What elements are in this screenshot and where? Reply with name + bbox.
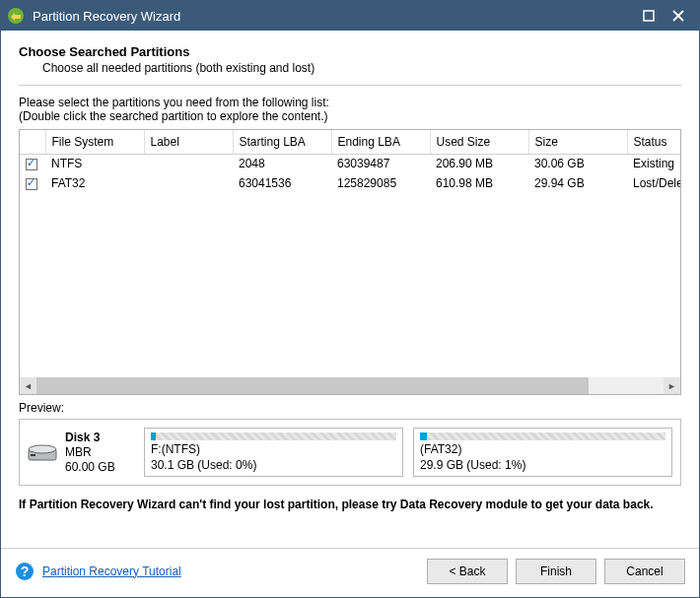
cell-filesystem: FAT32 <box>45 173 144 193</box>
cell-status: Existing <box>627 154 680 173</box>
close-icon <box>672 10 684 22</box>
cell-size: 29.94 GB <box>528 173 627 193</box>
hard-disk-icon <box>28 440 57 464</box>
disk-capacity: 60.00 GB <box>65 460 115 475</box>
cell-label <box>144 154 233 173</box>
help-icon[interactable]: ? <box>15 562 35 581</box>
cell-status: Lost/Deleted <box>627 173 680 193</box>
step-title: Choose Searched Partitions <box>19 44 681 59</box>
partition-label: (FAT32) <box>420 442 665 456</box>
partition-detail: 30.1 GB (Used: 0%) <box>151 458 396 472</box>
col-used-size[interactable]: Used Size <box>430 130 528 154</box>
partition-preview-block[interactable]: (FAT32) 29.9 GB (Used: 1%) <box>413 428 672 477</box>
col-filesystem[interactable]: File System <box>45 130 144 154</box>
cancel-button[interactable]: Cancel <box>604 559 685 584</box>
app-icon <box>7 7 25 25</box>
window-title: Partition Recovery Wizard <box>33 9 634 24</box>
disk-info: Disk 3 MBR 60.00 GB <box>28 431 134 475</box>
instructions-line2: (Double click the searched partition to … <box>19 109 681 123</box>
maximize-button[interactable] <box>634 1 664 31</box>
partitions-table: File System Label Starting LBA Ending LB… <box>20 130 680 193</box>
close-button[interactable] <box>664 1 693 31</box>
col-checkbox[interactable] <box>20 130 45 154</box>
scroll-thumb[interactable] <box>36 377 589 394</box>
svg-rect-4 <box>31 454 35 456</box>
partitions-table-wrap: File System Label Starting LBA Ending LB… <box>19 129 681 395</box>
svg-rect-1 <box>644 11 654 21</box>
col-ending-lba[interactable]: Ending LBA <box>331 130 430 154</box>
cell-used-size: 610.98 MB <box>430 173 528 193</box>
preview-box: Disk 3 MBR 60.00 GB F:(NTFS) 30.1 GB (Us… <box>19 419 681 486</box>
divider <box>19 85 681 86</box>
svg-text:?: ? <box>21 564 30 579</box>
partition-detail: 29.9 GB (Used: 1%) <box>420 458 665 472</box>
disk-name: Disk 3 <box>65 431 115 445</box>
scroll-track[interactable] <box>36 377 664 394</box>
cell-ending-lba: 125829085 <box>331 173 430 193</box>
maximize-icon <box>643 10 655 22</box>
col-starting-lba[interactable]: Starting LBA <box>233 130 331 154</box>
col-size[interactable]: Size <box>528 130 627 154</box>
finish-button[interactable]: Finish <box>516 559 596 584</box>
disk-type: MBR <box>65 445 115 460</box>
scroll-right-arrow[interactable]: ► <box>664 377 680 394</box>
cell-size: 30.06 GB <box>528 154 627 173</box>
instructions-line1: Please select the partitions you need fr… <box>19 96 681 109</box>
cell-starting-lba: 2048 <box>233 154 331 173</box>
footer-bar: ? Partition Recovery Tutorial < Back Fin… <box>1 548 699 597</box>
cell-label <box>144 173 233 193</box>
cell-filesystem: NTFS <box>45 154 144 173</box>
row-checkbox[interactable] <box>26 178 37 190</box>
back-button[interactable]: < Back <box>427 559 508 584</box>
usage-bar <box>420 432 665 440</box>
partition-label: F:(NTFS) <box>151 442 396 456</box>
title-bar: Partition Recovery Wizard <box>1 1 699 31</box>
cell-ending-lba: 63039487 <box>331 154 430 173</box>
scroll-left-arrow[interactable]: ◄ <box>20 377 36 394</box>
table-row[interactable]: FAT32 63041536 125829085 610.98 MB 29.94… <box>20 173 680 193</box>
partition-preview-block[interactable]: F:(NTFS) 30.1 GB (Used: 0%) <box>144 428 403 477</box>
col-status[interactable]: Status <box>627 130 680 154</box>
svg-point-3 <box>29 445 56 453</box>
row-checkbox[interactable] <box>26 159 37 170</box>
cell-starting-lba: 63041536 <box>233 173 331 193</box>
tutorial-link[interactable]: Partition Recovery Tutorial <box>42 565 181 578</box>
horizontal-scrollbar[interactable]: ◄ ► <box>20 377 680 394</box>
preview-label: Preview: <box>19 401 681 415</box>
recovery-tip: If Partition Recovery Wizard can't find … <box>19 498 681 511</box>
table-header-row: File System Label Starting LBA Ending LB… <box>20 130 680 154</box>
table-row[interactable]: NTFS 2048 63039487 206.90 MB 30.06 GB Ex… <box>20 154 680 173</box>
col-label[interactable]: Label <box>144 130 233 154</box>
cell-used-size: 206.90 MB <box>430 154 528 173</box>
usage-bar <box>151 432 396 440</box>
step-subtitle: Choose all needed partitions (both exist… <box>42 61 681 75</box>
